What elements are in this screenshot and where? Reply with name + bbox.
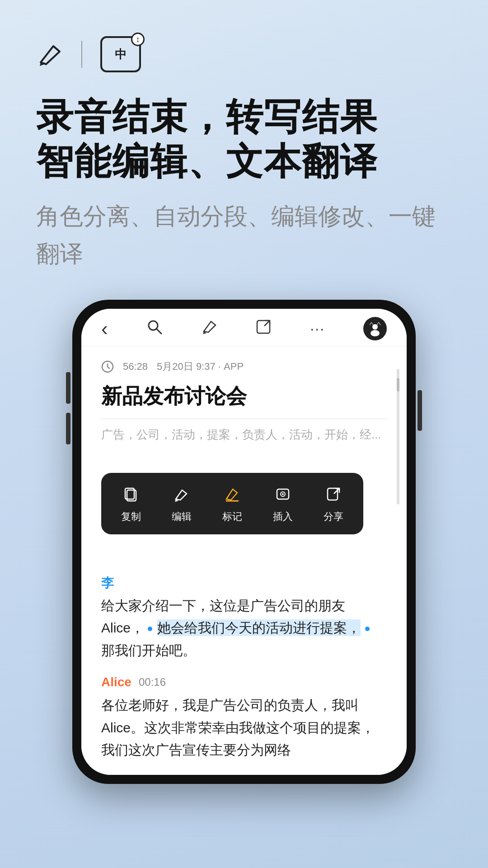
selection-start-marker bbox=[148, 627, 152, 631]
share-label: 分享 bbox=[324, 510, 343, 524]
clock-icon bbox=[101, 360, 114, 373]
insert-label: 插入 bbox=[273, 510, 293, 524]
svg-point-13 bbox=[282, 493, 284, 495]
ctx-edit[interactable]: 编辑 bbox=[156, 482, 207, 528]
copy-icon bbox=[123, 486, 139, 505]
back-button[interactable]: ‹ bbox=[101, 317, 108, 340]
translate-icon: 中 ↕ bbox=[100, 36, 141, 72]
speaker1-text-after: 那我们开始吧。 bbox=[101, 643, 196, 658]
copy-label: 复制 bbox=[121, 510, 141, 524]
avatar-button[interactable] bbox=[363, 317, 387, 340]
context-menu: 复制 编辑 bbox=[101, 473, 363, 534]
top-icons-area: 中 ↕ bbox=[0, 0, 488, 72]
nav-bar: ‹ bbox=[81, 309, 407, 346]
export-button[interactable] bbox=[255, 319, 272, 339]
mark-label: 标记 bbox=[222, 510, 242, 524]
speaker2-block: Alice 00:16 各位老师好，我是广告公司的负责人，我叫 Alice。这次… bbox=[101, 675, 387, 775]
speaker1-selection: 她会给我们今天的活动进行提案， bbox=[148, 620, 370, 635]
duration-text: 56:28 bbox=[123, 361, 148, 373]
speaker1-text: 给大家介绍一下，这位是广告公司的朋友 Alice， 她会给我们今天的活动进行提案… bbox=[101, 594, 387, 662]
insert-icon bbox=[275, 486, 291, 505]
keywords-row: 广告，公司，活动，提案，负责人，活动，开始，经... bbox=[101, 425, 387, 444]
volume-up-button bbox=[66, 372, 70, 404]
phone-mockup: ‹ bbox=[50, 300, 438, 784]
scrollbar-track[interactable] bbox=[397, 369, 399, 505]
svg-rect-14 bbox=[328, 488, 338, 500]
svg-point-6 bbox=[371, 330, 380, 336]
icon-divider bbox=[81, 41, 82, 68]
title-divider bbox=[101, 419, 387, 419]
record-meta: 56:28 5月20日 9:37 · APP bbox=[101, 360, 387, 373]
svg-line-3 bbox=[264, 321, 270, 326]
speaker1-text-highlight: 她会给我们今天的活动进行提案， bbox=[157, 619, 361, 636]
record-title: 新品发布讨论会 bbox=[101, 382, 387, 410]
content-area: 56:28 5月20日 9:37 · APP 新品发布讨论会 广告，公司，活动，… bbox=[81, 346, 407, 775]
power-button bbox=[418, 390, 422, 431]
speaker1-name: 李 bbox=[101, 575, 387, 592]
speaker2-timestamp: 00:16 bbox=[139, 676, 166, 689]
pencil-icon bbox=[36, 41, 63, 68]
search-button[interactable] bbox=[146, 319, 163, 339]
speaker2-name: Alice bbox=[101, 675, 131, 689]
ctx-share[interactable]: 分享 bbox=[308, 482, 359, 528]
date-text: 5月20日 9:37 · APP bbox=[157, 360, 244, 373]
headline-line1: 录音结束，转写结果 bbox=[36, 95, 452, 139]
phone-screen: ‹ bbox=[81, 309, 407, 775]
edit-label: 编辑 bbox=[172, 510, 192, 524]
svg-line-1 bbox=[157, 329, 161, 334]
phone-frame: ‹ bbox=[72, 300, 416, 784]
headline-subtitle: 角色分离、自动分段、编辑修改、一键翻译 bbox=[0, 198, 488, 273]
edit-button[interactable] bbox=[201, 319, 217, 339]
speaker2-text: 各位老师好，我是广告公司的负责人，我叫 Alice。这次非常荣幸由我做这个项目的… bbox=[101, 694, 387, 761]
headline-section: 录音结束，转写结果 智能编辑、文本翻译 bbox=[0, 72, 488, 184]
edit-icon bbox=[174, 486, 189, 505]
ctx-copy[interactable]: 复制 bbox=[106, 482, 156, 528]
ctx-insert[interactable]: 插入 bbox=[258, 482, 308, 528]
volume-down-button bbox=[66, 413, 70, 444]
headline-line2: 智能编辑、文本翻译 bbox=[36, 139, 452, 184]
more-button[interactable]: ··· bbox=[310, 321, 325, 337]
selection-end-marker bbox=[365, 627, 370, 631]
scrollbar-thumb[interactable] bbox=[397, 378, 399, 392]
share-icon bbox=[326, 486, 341, 505]
ctx-mark[interactable]: 标记 bbox=[207, 482, 258, 528]
speaker2-header: Alice 00:16 bbox=[101, 675, 387, 689]
mark-icon bbox=[225, 486, 240, 505]
